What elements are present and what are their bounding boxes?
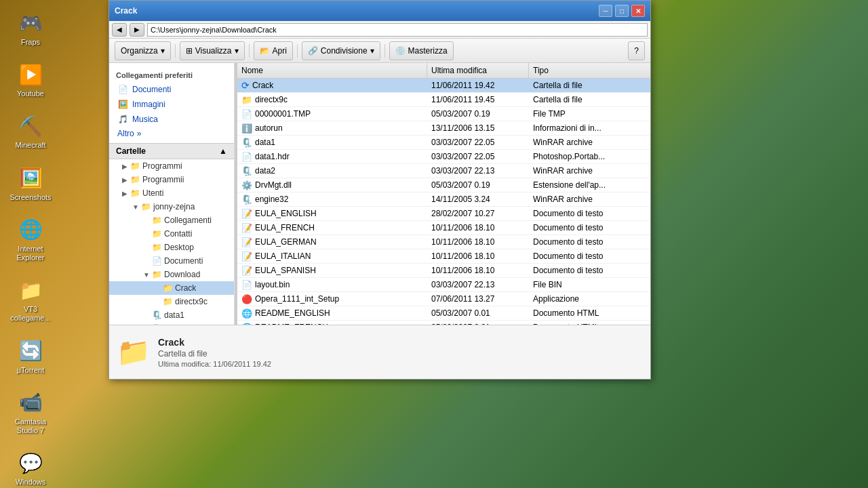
main-content: Collegamenti preferiti 📄 Documenti 🖼️ Im… xyxy=(109,63,650,325)
minimize-button[interactable]: ─ xyxy=(599,5,612,17)
apri-button[interactable]: 📂 Apri xyxy=(254,41,293,60)
desktop-icon-vt3-collegamenti[interactable]: 📁 VT3 collegame... xyxy=(7,274,54,325)
tree-folder-icon: 📁 xyxy=(162,296,173,307)
tree-item-directx9c[interactable]: 📁directx9c xyxy=(109,295,234,308)
desktop-icon-screenshots[interactable]: 🖼️ Screenshots xyxy=(7,162,54,205)
tree-expander[interactable]: ▶ xyxy=(120,161,130,171)
desktop-icon-area: 🎮 Fraps ▶️ Youtube ⛏️ Minecraft 🖼️ Scree… xyxy=(0,0,108,488)
close-button[interactable]: ✕ xyxy=(631,5,645,17)
desktop-icon-internet-explorer[interactable]: 🌐 Internet Explorer xyxy=(7,214,54,265)
maximize-button[interactable]: □ xyxy=(615,5,629,17)
tree-expander[interactable]: ▶ xyxy=(120,188,130,198)
table-row[interactable]: ℹ️ autorun 13/11/2006 13.15 Informazioni… xyxy=(237,121,650,136)
desktop-icon-utorrent[interactable]: 🔄 µTorrent xyxy=(7,335,54,378)
tree-folder-icon: 🗜️ xyxy=(151,310,162,321)
address-bar: ◀ ▶ C:\Users\jonny-zejna\Download\Crack xyxy=(109,21,650,39)
table-row[interactable]: 📄 data1.hdr 03/03/2007 22.05 Photoshop.P… xyxy=(237,150,650,164)
desktop-icon-minecraft[interactable]: ⛏️ Minecraft xyxy=(7,110,54,152)
tree-item-desktop[interactable]: 📁Desktop xyxy=(109,241,234,254)
col-modifica[interactable]: Ultima modifica xyxy=(427,63,529,78)
file-name: EULA_FRENCH xyxy=(255,223,315,232)
table-row[interactable]: 📄 00000001.TMP 05/03/2007 0.19 File TMP … xyxy=(237,107,650,121)
organizza-button[interactable]: Organizza ▾ xyxy=(115,41,171,60)
tree-item-download[interactable]: ▼📁Download xyxy=(109,268,234,281)
desktop-icon-youtube[interactable]: ▶️ Youtube xyxy=(7,58,54,101)
tree-expander[interactable]: ▼ xyxy=(142,270,151,279)
tree-item-utenti[interactable]: ▶📁Utenti xyxy=(109,186,234,200)
table-row[interactable]: ⟳ Crack 11/06/2011 19.42 Cartella di fil… xyxy=(237,79,650,93)
tree-expander[interactable]: ▼ xyxy=(131,202,140,211)
tree-folder-icon: 📁 xyxy=(140,201,151,212)
tree-item-label: Programmii xyxy=(142,175,184,184)
table-row[interactable]: 📝 EULA_SPANISH 10/11/2006 18.10 Document… xyxy=(237,264,650,278)
table-row[interactable]: 📝 EULA_FRENCH 10/11/2006 18.10 Documento… xyxy=(237,221,650,235)
table-row[interactable]: 📁 directx9c 11/06/2011 19.45 Cartella di… xyxy=(237,93,650,107)
file-type: WinRAR archive xyxy=(529,164,650,178)
tree-item-label: jonny-zejna xyxy=(153,202,195,211)
visualizza-button[interactable]: ⊞ Visualizza ▾ xyxy=(180,41,245,60)
tree-expander[interactable] xyxy=(153,297,162,306)
tree-folder-icon: 📁 xyxy=(162,283,173,293)
tree-item-contatti[interactable]: 📁Contatti xyxy=(109,227,234,241)
condivisione-button[interactable]: 🔗 Condivisione ▾ xyxy=(302,41,380,60)
tree-item-collegamenti[interactable]: 📁Collegamenti xyxy=(109,214,234,227)
table-row[interactable]: 🌐 README_ENGLISH 05/03/2007 0.01 Documen… xyxy=(237,306,650,321)
tree-item-label: Collegamenti xyxy=(164,216,212,225)
tree-expander[interactable]: ▶ xyxy=(120,175,130,184)
table-row[interactable]: 📄 layout.bin 03/03/2007 22.13 File BIN 2… xyxy=(237,278,650,292)
col-tipo[interactable]: Tipo xyxy=(529,63,650,78)
masterizza-button[interactable]: 💿 Masterizza xyxy=(389,41,454,60)
table-row[interactable]: 📝 EULA_ITALIAN 10/11/2006 18.10 Document… xyxy=(237,249,650,264)
tree-item-programmi[interactable]: ▶📁Programmi xyxy=(109,159,234,173)
internet-explorer-label: Internet Explorer xyxy=(9,245,52,262)
desktop-icon-camtasia[interactable]: 📹 Camtasia Studio 7 xyxy=(7,386,54,438)
tree-item-jonny-zejna[interactable]: ▼📁jonny-zejna xyxy=(109,200,234,214)
status-folder-icon: 📁 xyxy=(117,336,150,369)
table-row[interactable]: 🔴 Opera_1111_int_Setup 07/06/2011 13.27 … xyxy=(237,292,650,306)
fav-musica[interactable]: 🎵 Musica xyxy=(109,112,234,127)
table-row[interactable]: 🗜️ data2 03/03/2007 22.13 WinRAR archive… xyxy=(237,164,650,178)
altro-link[interactable]: Altro » xyxy=(109,127,234,140)
desktop-icon-windows-live[interactable]: 💬 Windows LiveMess... xyxy=(7,447,54,488)
file-type-icon: ⚙️ xyxy=(241,180,252,190)
explorer-window: Crack ─ □ ✕ ◀ ▶ C:\Users\jonny-zejna\Dow… xyxy=(108,0,651,380)
tree-expander[interactable] xyxy=(142,243,151,252)
table-row[interactable]: 🗜️ data1 03/03/2007 22.05 WinRAR archive… xyxy=(237,136,650,150)
fav-documenti[interactable]: 📄 Documenti xyxy=(109,82,234,97)
file-date: 13/11/2006 13.15 xyxy=(427,121,529,135)
table-row[interactable]: 📝 EULA_ENGLISH 28/02/2007 10.27 Document… xyxy=(237,207,650,221)
status-bar: 📁 Crack Cartella di file Ultima modifica… xyxy=(109,325,650,379)
file-name-cell: 📝 EULA_GERMAN xyxy=(237,236,427,249)
file-type: Documento di testo xyxy=(529,264,650,277)
file-name: Opera_1111_int_Setup xyxy=(255,294,339,304)
toolbar-separator-4 xyxy=(384,44,385,58)
tree-expander[interactable] xyxy=(142,256,151,266)
file-name: README_ENGLISH xyxy=(255,308,330,318)
tree-expander[interactable] xyxy=(142,229,151,239)
forward-button[interactable]: ▶ xyxy=(130,23,144,37)
file-type-icon: 📝 xyxy=(241,266,252,276)
tree-item-documenti[interactable]: 📄Documenti xyxy=(109,254,234,268)
tree-folder-icon: 📁 xyxy=(130,188,140,199)
tree-expander[interactable] xyxy=(142,216,151,225)
back-button[interactable]: ◀ xyxy=(112,23,127,37)
table-row[interactable]: ⚙️ DrvMgt.dll 05/03/2007 0.19 Estensione… xyxy=(237,178,650,192)
tree-item-data1[interactable]: 🗜️data1 xyxy=(109,308,234,322)
desktop-icon-fraps[interactable]: 🎮 Fraps xyxy=(7,7,54,49)
tree-item-crack[interactable]: 📁Crack xyxy=(109,281,234,295)
fav-immagini[interactable]: 🖼️ Immagini xyxy=(109,97,234,112)
file-list-header: Nome Ultima modifica Tipo Dimensione xyxy=(237,63,650,79)
col-nome[interactable]: Nome xyxy=(237,63,427,78)
table-row[interactable]: 🗜️ engine32 14/11/2005 3.24 WinRAR archi… xyxy=(237,192,650,207)
tree-expander[interactable] xyxy=(153,283,162,293)
file-name: 00000001.TMP xyxy=(255,109,311,119)
file-name-cell: 🗜️ engine32 xyxy=(237,193,427,206)
cartelle-header[interactable]: Cartelle ▲ xyxy=(109,143,234,159)
help-button[interactable]: ? xyxy=(628,41,645,60)
table-row[interactable]: 📝 EULA_GERMAN 10/11/2006 18.10 Documento… xyxy=(237,235,650,249)
address-input[interactable]: C:\Users\jonny-zejna\Download\Crack xyxy=(147,23,648,37)
tree-item-programmii[interactable]: ▶📁Programmii xyxy=(109,173,234,186)
screenshots-label: Screenshots xyxy=(9,193,51,202)
tree-expander[interactable] xyxy=(142,310,151,320)
file-type: Informazioni di in... xyxy=(529,121,650,135)
